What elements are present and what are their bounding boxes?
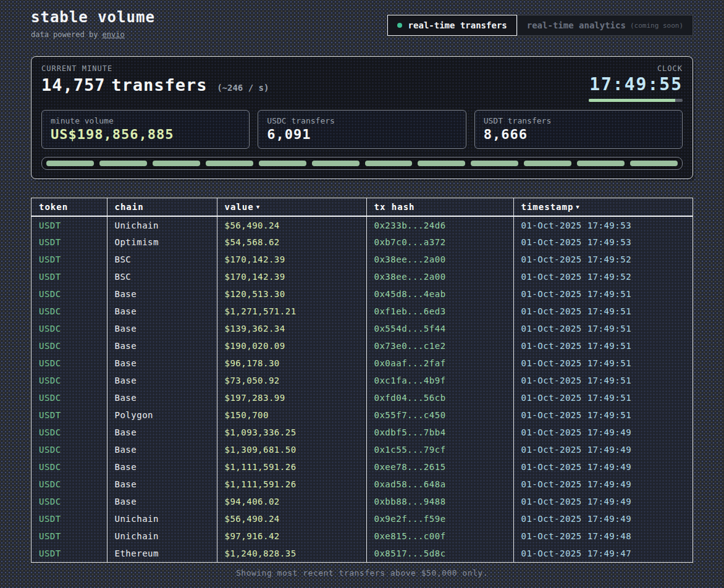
chain-cell: Base (107, 285, 217, 303)
tx-hash-link[interactable]: 0x9e2f...f59e (366, 510, 513, 527)
tx-hash-link[interactable]: 0x38ee...2a00 (366, 251, 513, 268)
timestamp-cell: 01-Oct-2025 17:49:53 (513, 233, 692, 251)
chain-cell: Base (107, 389, 217, 406)
minute-progress-segment (630, 161, 678, 166)
tx-hash-link[interactable]: 0x233b...24d6 (366, 216, 513, 233)
column-header-timestamp[interactable]: timestamp▼ (513, 198, 692, 216)
minute-progress-bar (41, 157, 683, 170)
token-cell: USDC (32, 372, 107, 389)
value-cell: $1,111,591.26 (217, 458, 366, 476)
minute-progress-segment (153, 161, 200, 166)
tx-hash-link[interactable]: 0xad58...648a (366, 476, 513, 493)
clock-progress-bar (589, 99, 683, 102)
token-cell: USDC (32, 424, 107, 441)
token-cell: USDT (32, 251, 107, 268)
tx-hash-link[interactable]: 0x73e0...c1e2 (366, 337, 513, 355)
token-cell: USDT (32, 545, 107, 562)
token-cell: USDT (32, 216, 107, 233)
usdc-transfers-value: 6,091 (267, 127, 457, 142)
usdc-transfers-box: USDC transfers 6,091 (258, 110, 466, 149)
current-minute-label: CURRENT MINUTE (41, 64, 269, 73)
tab-realtime-analytics[interactable]: real-time analytics (coming soon) (517, 15, 693, 36)
token-cell: USDC (32, 389, 107, 406)
token-cell: USDC (32, 285, 107, 303)
value-cell: $97,916.42 (217, 527, 366, 545)
minute-progress-segment (418, 161, 465, 166)
chain-cell: Optimism (107, 233, 217, 251)
tx-hash-link[interactable]: 0x45d8...4eab (366, 285, 513, 303)
token-cell: USDC (32, 476, 107, 493)
minute-volume-value: US$198,856,885 (51, 127, 240, 142)
minute-progress-segment (259, 161, 306, 166)
data-credit: data powered by envio (31, 30, 155, 39)
timestamp-cell: 01-Oct-2025 17:49:51 (513, 372, 692, 389)
table-row: USDTUnichain$97,916.420xe815...c00f01-Oc… (32, 527, 692, 545)
clock-block: CLOCK 17:49:55 (589, 64, 683, 102)
transfers-count: 14,757 (41, 75, 106, 94)
table-row: USDCBase$94,406.020xbb88...948801-Oct-20… (32, 493, 692, 510)
value-cell: $1,271,571.21 (217, 303, 366, 320)
timestamp-cell: 01-Oct-2025 17:49:52 (513, 251, 692, 268)
tx-hash-link[interactable]: 0xe815...c00f (366, 527, 513, 545)
tx-hash-link[interactable]: 0x8517...5d8c (366, 545, 513, 562)
tx-hash-link[interactable]: 0xdbf5...7bb4 (366, 424, 513, 441)
transfers-table: token chain value▼ tx hash timestamp▼ US… (31, 198, 693, 563)
usdt-transfers-value: 8,666 (484, 127, 673, 142)
table-row: USDTUnichain$56,490.240x233b...24d601-Oc… (32, 216, 692, 233)
brand: stable volume data powered by envio (31, 9, 155, 39)
tx-hash-link[interactable]: 0xb7c0...a372 (366, 233, 513, 251)
token-cell: USDC (32, 303, 107, 320)
tx-hash-link[interactable]: 0x0aaf...2faf (366, 355, 513, 372)
chain-cell: Polygon (107, 406, 217, 424)
tx-hash-link[interactable]: 0x38ee...2a00 (366, 268, 513, 285)
usdc-transfers-label: USDC transfers (267, 116, 457, 125)
chain-cell: Base (107, 355, 217, 372)
timestamp-cell: 01-Oct-2025 17:49:49 (513, 510, 692, 527)
live-dot-icon (397, 23, 402, 28)
tab-analytics-label: real-time analytics (527, 20, 626, 30)
stat-boxes: minute volume US$198,856,885 USDC transf… (41, 110, 683, 149)
tx-hash-link[interactable]: 0xfd04...56cb (366, 389, 513, 406)
minute-progress-segment (577, 161, 625, 166)
token-cell: USDC (32, 355, 107, 372)
tab-realtime-transfers[interactable]: real-time transfers (387, 15, 517, 36)
table-row: USDCBase$96,178.300x0aaf...2faf01-Oct-20… (32, 355, 692, 372)
table-row: USDCBase$139,362.340x554d...5f4401-Oct-2… (32, 320, 692, 337)
tx-hash-link[interactable]: 0xbb88...9488 (366, 493, 513, 510)
tx-hash-link[interactable]: 0xc1fa...4b9f (366, 372, 513, 389)
minute-progress-segment (524, 161, 571, 166)
tx-hash-link[interactable]: 0x1c55...79cf (366, 441, 513, 458)
table-row: USDCBase$1,271,571.210xf1eb...6ed301-Oct… (32, 303, 692, 320)
tx-hash-link[interactable]: 0xee78...2615 (366, 458, 513, 476)
tx-hash-link[interactable]: 0x55f7...c450 (366, 406, 513, 424)
transfers-word: transfers (111, 75, 207, 94)
view-tabs: real-time transfers real-time analytics … (387, 15, 693, 36)
timestamp-cell: 01-Oct-2025 17:49:51 (513, 303, 692, 320)
envio-link[interactable]: envio (103, 30, 125, 39)
table-row: USDCBase$73,050.920xc1fa...4b9f01-Oct-20… (32, 372, 692, 389)
value-cell: $139,362.34 (217, 320, 366, 337)
clock-time: 17:49:55 (589, 74, 683, 94)
tab-transfers-label: real-time transfers (408, 20, 507, 30)
tx-hash-link[interactable]: 0x554d...5f44 (366, 320, 513, 337)
value-cell: $150,700 (217, 406, 366, 424)
timestamp-cell: 01-Oct-2025 17:49:49 (513, 458, 692, 476)
minute-progress-segment (99, 161, 147, 166)
value-cell: $94,406.02 (217, 493, 366, 510)
value-cell: $1,111,591.26 (217, 476, 366, 493)
column-header-value[interactable]: value▼ (217, 198, 366, 216)
column-header-chain: chain (107, 198, 217, 216)
value-cell: $120,513.30 (217, 285, 366, 303)
table-row: USDCBase$1,309,681.500x1c55...79cf01-Oct… (32, 441, 692, 458)
minute-summary: CURRENT MINUTE 14,757 transfers (~246 / … (41, 64, 269, 94)
footer-note: Showing most recent transfers above $50,… (31, 568, 693, 578)
timestamp-cell: 01-Oct-2025 17:49:49 (513, 493, 692, 510)
chain-cell: Unichain (107, 527, 217, 545)
timestamp-cell: 01-Oct-2025 17:49:51 (513, 320, 692, 337)
table-row: USDCBase$120,513.300x45d8...4eab01-Oct-2… (32, 285, 692, 303)
tx-hash-link[interactable]: 0xf1eb...6ed3 (366, 303, 513, 320)
table-row: USDTOptimism$54,568.620xb7c0...a37201-Oc… (32, 233, 692, 251)
chain-cell: Ethereum (107, 545, 217, 562)
table-row: USDCBase$197,283.990xfd04...56cb01-Oct-2… (32, 389, 692, 406)
page: stable volume data powered by envio real… (0, 0, 724, 578)
